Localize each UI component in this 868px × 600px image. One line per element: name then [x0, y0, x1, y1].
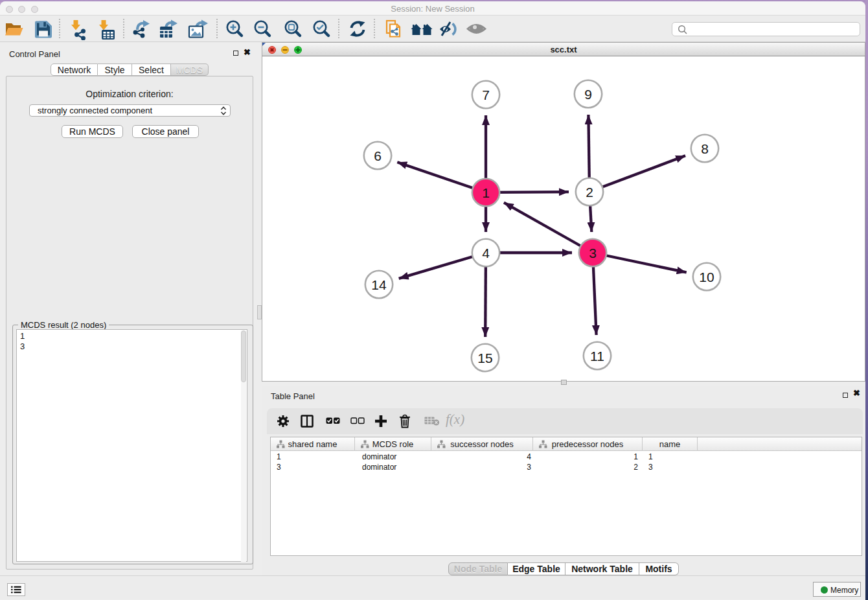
svg-text:14: 14	[371, 277, 387, 292]
svg-text:1: 1	[482, 185, 490, 200]
svg-text:11: 11	[590, 349, 604, 363]
svg-text:2: 2	[586, 185, 593, 200]
svg-text:9: 9	[584, 87, 592, 102]
svg-text:10: 10	[699, 270, 714, 284]
svg-text:3: 3	[589, 246, 597, 260]
svg-text:8: 8	[701, 141, 709, 156]
svg-text:4: 4	[482, 246, 490, 260]
svg-text:15: 15	[477, 351, 492, 365]
svg-text:6: 6	[374, 148, 382, 163]
svg-text:7: 7	[482, 87, 490, 102]
